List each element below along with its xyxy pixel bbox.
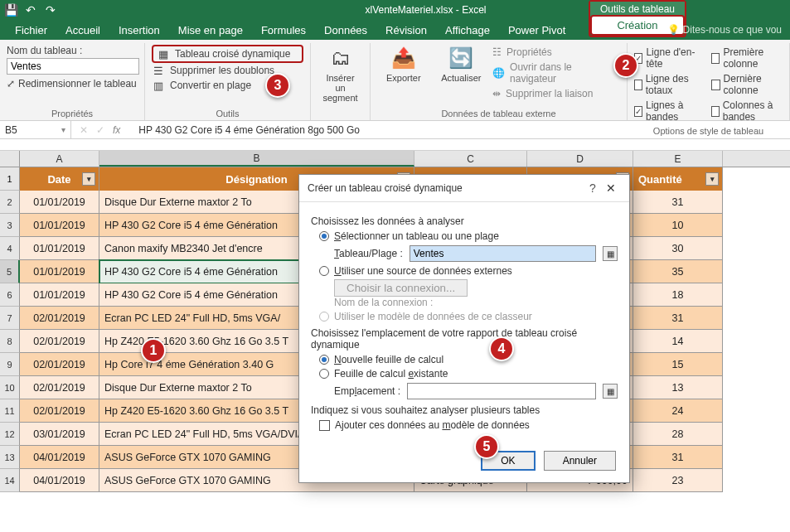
dialog-title: Créer un tableau croisé dynamique — [308, 182, 584, 194]
cell-date[interactable]: 04/01/2019 — [20, 469, 99, 492]
select-all-corner[interactable] — [0, 151, 20, 167]
cell-date[interactable]: 01/01/2019 — [20, 214, 99, 237]
cell-date[interactable]: 02/01/2019 — [20, 376, 99, 399]
col-header-A[interactable]: A — [20, 151, 99, 167]
cell-quantite[interactable]: 15 — [633, 353, 723, 376]
opt-select-range[interactable]: SSélectionner un tableau ou une plageéle… — [319, 230, 618, 242]
cell-quantite[interactable]: 10 — [633, 214, 723, 237]
row-header[interactable]: 12 — [0, 423, 20, 446]
col-header-D[interactable]: D — [527, 151, 633, 167]
opt-new-sheet[interactable]: Nouvelle feuille de calcul — [319, 354, 618, 365]
undo-icon[interactable]: ↶ — [25, 4, 36, 16]
cell-quantite[interactable]: 13 — [633, 376, 723, 399]
row-header[interactable]: 9 — [0, 353, 20, 376]
save-icon[interactable]: 💾 — [5, 4, 17, 16]
section-choose-data: Choisissez les données à analyser — [311, 215, 618, 227]
opt-existing-sheet[interactable]: Feuille de calcul existante — [319, 368, 618, 380]
cell-date[interactable]: 02/01/2019 — [20, 353, 99, 376]
range-picker-icon[interactable]: ▦ — [603, 246, 618, 261]
unlink-icon: ⇹ — [492, 88, 501, 99]
cell-quantite[interactable]: 31 — [633, 191, 723, 214]
group-style-options: ✓Ligne d'en-tête Ligne des totaux ✓Ligne… — [628, 43, 790, 120]
tab-revision[interactable]: Révision — [385, 24, 427, 36]
radio-icon — [319, 266, 329, 276]
cell-date[interactable]: 01/01/2019 — [20, 260, 99, 283]
range-picker-icon[interactable]: ▦ — [603, 384, 618, 399]
cell-date[interactable]: 01/01/2019 — [20, 283, 99, 307]
cell-quantite[interactable]: 14 — [633, 330, 723, 353]
pivot-table-button[interactable]: ▦Tableau croisé dynamique — [152, 45, 303, 63]
row-header[interactable]: 4 — [0, 237, 20, 260]
col-header-C[interactable]: C — [414, 151, 527, 167]
browser-icon: 🌐 — [492, 67, 505, 79]
insert-slicer-button[interactable]: 🗂Insérer un segment — [322, 45, 358, 103]
radio-icon — [319, 355, 329, 365]
chk-add-to-model[interactable]: Ajouter ces données au modèle de données — [319, 419, 618, 431]
tab-insertion[interactable]: Insertion — [119, 24, 160, 36]
cell-date[interactable]: 02/01/2019 — [20, 330, 99, 353]
chevron-down-icon[interactable]: ▾ — [61, 125, 65, 134]
range-input[interactable] — [410, 245, 596, 262]
row-header[interactable]: 8 — [0, 330, 20, 353]
export-button[interactable]: 📤Exporter — [377, 45, 430, 107]
redo-icon[interactable]: ↷ — [45, 4, 56, 16]
filter-icon[interactable]: ▾ — [82, 172, 95, 186]
chk-header-row[interactable]: ✓Ligne d'en-tête — [634, 45, 696, 71]
tab-accueil[interactable]: Accueil — [65, 24, 100, 36]
row-header[interactable]: 2 — [0, 191, 20, 214]
chk-last-col[interactable]: Dernière colonne — [711, 71, 783, 98]
row-header[interactable]: 5 — [0, 260, 20, 283]
tell-me[interactable]: 💡 Dites-nous ce que vou — [667, 24, 782, 36]
opt-external-source[interactable]: Utiliser une source de données externes — [319, 265, 618, 277]
row-header-1[interactable]: 1 — [0, 167, 20, 191]
cell-date[interactable]: 02/01/2019 — [20, 399, 99, 423]
col-header-B[interactable]: B — [99, 151, 414, 167]
cell-date[interactable]: 03/01/2019 — [20, 423, 99, 446]
filter-icon[interactable]: ▾ — [705, 172, 719, 186]
row-header[interactable]: 14 — [0, 469, 20, 492]
chk-banded-rows[interactable]: ✓Lignes à bandes — [634, 98, 696, 124]
chk-banded-cols[interactable]: Colonnes à bandes — [711, 98, 783, 124]
cell-date[interactable]: 01/01/2019 — [20, 237, 99, 260]
cell-date[interactable]: 04/01/2019 — [20, 446, 99, 469]
location-input[interactable] — [407, 383, 596, 399]
cell-quantite[interactable]: 31 — [633, 307, 723, 330]
tab-fichier[interactable]: Fichier — [15, 24, 47, 36]
close-icon[interactable]: ✕ — [601, 181, 621, 195]
cell-quantite[interactable]: 28 — [633, 423, 723, 446]
row-header[interactable]: 6 — [0, 283, 20, 307]
tab-formules[interactable]: Formules — [261, 24, 306, 36]
tab-affichage[interactable]: Affichage — [445, 24, 490, 36]
tab-miseenpage[interactable]: Mise en page — [178, 24, 243, 36]
row-header[interactable]: 11 — [0, 399, 20, 423]
cell-quantite[interactable]: 30 — [633, 237, 723, 260]
name-box[interactable]: B5▾ — [0, 121, 71, 138]
chk-total-row[interactable]: Ligne des totaux — [634, 71, 696, 98]
cell-date[interactable]: 02/01/2019 — [20, 307, 99, 330]
choose-connection-button: Choisir la connexion... — [334, 279, 468, 297]
cell-quantite[interactable]: 18 — [633, 283, 723, 307]
cell-quantite[interactable]: 31 — [633, 446, 723, 469]
row-header[interactable]: 10 — [0, 376, 20, 399]
formula-input[interactable]: HP 430 G2 Core i5 4 éme Génération 8go 5… — [133, 124, 790, 136]
chk-first-col[interactable]: Première colonne — [711, 45, 783, 71]
cell-date[interactable]: 01/01/2019 — [20, 191, 99, 214]
col-header-E[interactable]: E — [633, 151, 723, 167]
table-name-input[interactable] — [7, 58, 139, 75]
refresh-button[interactable]: 🔄Actualiser — [435, 45, 488, 107]
row-header[interactable]: 7 — [0, 307, 20, 330]
row-header[interactable]: 3 — [0, 214, 20, 237]
tab-powerpivot[interactable]: Power Pivot — [508, 24, 565, 36]
section-multi-tables: Indiquez si vous souhaitez analyser plus… — [311, 404, 618, 416]
tab-donnees[interactable]: Données — [324, 24, 367, 36]
row-header[interactable]: 13 — [0, 446, 20, 469]
help-icon[interactable]: ? — [584, 181, 601, 195]
cell-quantite[interactable]: 23 — [633, 469, 723, 492]
cancel-button[interactable]: Annuler — [544, 451, 616, 471]
resize-table-button[interactable]: ⤢Redimensionner le tableau — [7, 78, 138, 89]
fx-icon[interactable]: fx — [113, 124, 125, 136]
cell-quantite[interactable]: 35 — [633, 260, 723, 283]
cell-quantite[interactable]: 24 — [633, 399, 723, 423]
duplicates-icon: ☰ — [152, 64, 165, 77]
table-name-label: Nom du tableau : — [7, 45, 138, 56]
